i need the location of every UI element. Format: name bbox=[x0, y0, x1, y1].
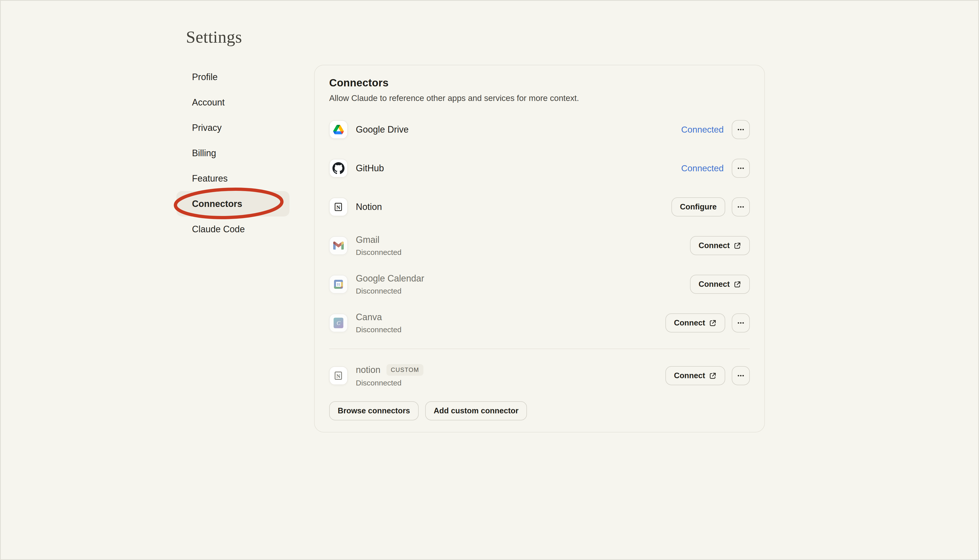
ellipsis-icon bbox=[737, 372, 745, 380]
connector-info: notionCUSTOMDisconnected bbox=[356, 364, 665, 387]
connector-info: GmailDisconnected bbox=[356, 235, 690, 257]
sidebar-item-label: Account bbox=[192, 97, 225, 108]
sidebar-item-label: Claude Code bbox=[192, 224, 245, 235]
connector-menu-button[interactable] bbox=[732, 159, 750, 178]
connector-row-gmail: GmailDisconnectedConnect bbox=[329, 233, 750, 259]
settings-page: Settings ProfileAccountPrivacyBillingFea… bbox=[0, 0, 979, 560]
external-link-icon bbox=[733, 280, 741, 288]
google-drive-icon bbox=[329, 120, 348, 139]
connect-button-label: Connect bbox=[674, 371, 705, 380]
connector-row-notion: NnotionCUSTOMDisconnectedConnect bbox=[329, 363, 750, 389]
panel-footer: Browse connectorsAdd custom connector bbox=[329, 401, 750, 420]
connected-status: Connected bbox=[681, 125, 724, 135]
connect-button-label: Connect bbox=[674, 318, 705, 327]
connector-controls: Connect bbox=[665, 313, 750, 332]
sidebar-nav: ProfileAccountPrivacyBillingFeaturesConn… bbox=[176, 64, 289, 242]
connector-menu-button[interactable] bbox=[732, 313, 750, 332]
connector-controls: Connect bbox=[690, 236, 750, 255]
connector-info: CanvaDisconnected bbox=[356, 312, 665, 334]
connector-info: Google Drive bbox=[356, 124, 681, 135]
panel-title: Connectors bbox=[329, 77, 750, 89]
svg-text:N: N bbox=[336, 373, 341, 379]
connector-status: Disconnected bbox=[356, 287, 690, 295]
connector-status: Disconnected bbox=[356, 325, 665, 334]
configure-button[interactable]: Configure bbox=[672, 197, 725, 217]
connect-button-label: Connect bbox=[698, 241, 730, 250]
connector-status: Disconnected bbox=[356, 248, 690, 257]
connector-controls: Connect bbox=[665, 366, 750, 385]
connect-button-label: Connect bbox=[698, 280, 730, 289]
sidebar-item-label: Connectors bbox=[192, 198, 242, 209]
connector-name: Notion bbox=[356, 202, 382, 212]
connector-info: GitHub bbox=[356, 163, 681, 173]
connector-name: Canva bbox=[356, 312, 382, 322]
connector-menu-button[interactable] bbox=[732, 120, 750, 139]
connect-button[interactable]: Connect bbox=[665, 366, 725, 385]
sidebar-item-claude-code[interactable]: Claude Code bbox=[176, 217, 289, 242]
ellipsis-icon bbox=[737, 164, 745, 172]
connector-row-canva: CCanvaDisconnectedConnect bbox=[329, 310, 750, 336]
sidebar-item-label: Features bbox=[192, 173, 228, 184]
connector-controls: Configure bbox=[672, 197, 750, 217]
google-calendar-icon: 31 bbox=[329, 275, 348, 293]
github-icon bbox=[329, 159, 348, 178]
connector-status: Disconnected bbox=[356, 379, 665, 387]
connector-name: Google Drive bbox=[356, 124, 409, 135]
sidebar-item-label: Profile bbox=[192, 72, 217, 82]
sidebar-item-billing[interactable]: Billing bbox=[176, 140, 289, 166]
panel-description: Allow Claude to reference other apps and… bbox=[329, 93, 750, 103]
sidebar-item-privacy[interactable]: Privacy bbox=[176, 115, 289, 140]
ellipsis-icon bbox=[737, 125, 745, 133]
connector-menu-button[interactable] bbox=[732, 197, 750, 217]
connector-row-google-drive: Google DriveConnected bbox=[329, 117, 750, 143]
sidebar-item-label: Privacy bbox=[192, 123, 222, 133]
connector-name: Google Calendar bbox=[356, 273, 424, 284]
connector-menu-button[interactable] bbox=[732, 366, 750, 385]
connect-button[interactable]: Connect bbox=[665, 313, 725, 332]
sidebar-item-features[interactable]: Features bbox=[176, 166, 289, 191]
external-link-icon bbox=[709, 372, 717, 380]
connector-list: Google DriveConnectedGitHubConnectedNNot… bbox=[329, 117, 750, 389]
gmail-icon bbox=[329, 236, 348, 255]
external-link-icon bbox=[709, 319, 717, 327]
connectors-panel: Connectors Allow Claude to reference oth… bbox=[314, 65, 765, 432]
svg-text:N: N bbox=[336, 204, 341, 210]
ellipsis-icon bbox=[737, 203, 745, 211]
sidebar-item-label: Billing bbox=[192, 148, 216, 158]
ellipsis-icon bbox=[737, 319, 745, 327]
external-link-icon bbox=[733, 242, 741, 250]
connector-controls: Connected bbox=[681, 159, 750, 178]
add-custom-connector-button[interactable]: Add custom connector bbox=[425, 401, 527, 420]
connector-name: Gmail bbox=[356, 235, 379, 245]
connector-info: Google CalendarDisconnected bbox=[356, 273, 690, 295]
svg-text:31: 31 bbox=[337, 283, 340, 286]
connector-name: GitHub bbox=[356, 163, 384, 173]
browse-connectors-button[interactable]: Browse connectors bbox=[329, 401, 419, 420]
connector-name: notion bbox=[356, 365, 381, 375]
sidebar-item-account[interactable]: Account bbox=[176, 90, 289, 115]
connector-controls: Connect bbox=[690, 275, 750, 294]
connect-button[interactable]: Connect bbox=[690, 236, 750, 255]
sidebar-item-connectors[interactable]: Connectors bbox=[176, 191, 289, 217]
connector-row-github: GitHubConnected bbox=[329, 155, 750, 181]
svg-text:C: C bbox=[336, 320, 341, 326]
list-divider bbox=[329, 348, 750, 349]
custom-badge: CUSTOM bbox=[386, 364, 423, 376]
connector-row-notion: NNotionConfigure bbox=[329, 194, 750, 220]
notion-icon: N bbox=[329, 198, 348, 216]
connector-info: Notion bbox=[356, 202, 672, 212]
sidebar-item-profile[interactable]: Profile bbox=[176, 64, 289, 90]
page-title: Settings bbox=[186, 27, 242, 47]
connector-controls: Connected bbox=[681, 120, 750, 139]
canva-icon: C bbox=[329, 313, 348, 332]
connector-row-google-calendar: 31Google CalendarDisconnectedConnect bbox=[329, 271, 750, 297]
connected-status: Connected bbox=[681, 163, 724, 173]
connect-button[interactable]: Connect bbox=[690, 275, 750, 294]
notion-custom-icon: N bbox=[329, 367, 348, 385]
